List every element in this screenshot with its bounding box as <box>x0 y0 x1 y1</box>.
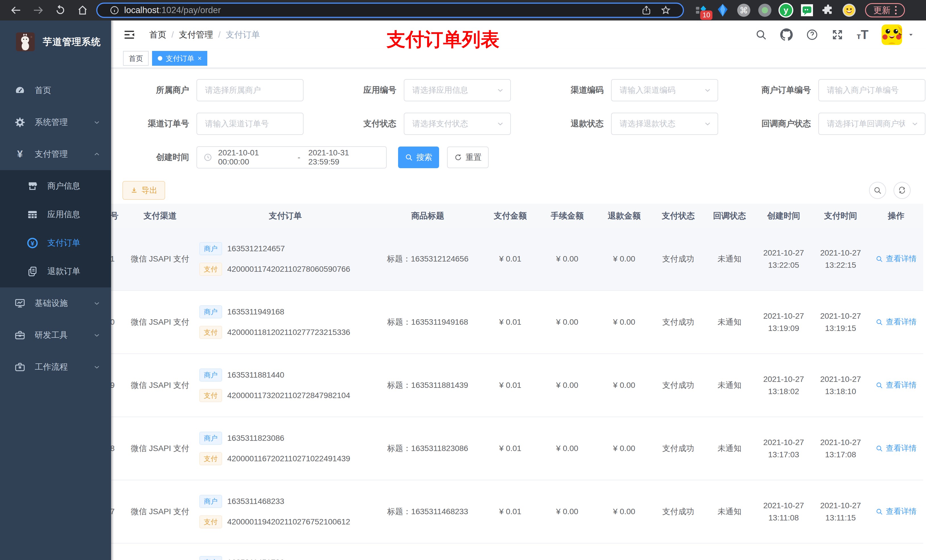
browser-back-button[interactable] <box>7 2 25 18</box>
grid-icon <box>26 209 39 220</box>
sidebar-item-label: 应用信息 <box>47 209 80 220</box>
extension-y-icon[interactable]: y <box>779 3 793 18</box>
hide-search-button[interactable] <box>869 182 886 199</box>
reset-button[interactable]: 重置 <box>447 146 489 168</box>
sidebar-collapse-icon[interactable] <box>123 29 136 41</box>
cell-order-no: 商户 1635311451786 支付 <box>197 543 374 560</box>
bookmark-star-icon[interactable] <box>661 5 671 15</box>
date-range-picker[interactable]: 2021-10-01 00:00:00 - 2021-10-31 23:59:5… <box>197 146 387 169</box>
sidebar-item-支付订单[interactable]: ¥ 支付订单 <box>0 229 111 257</box>
sidebar-item-应用信息[interactable]: 应用信息 <box>0 200 111 229</box>
browser-reload-button[interactable] <box>51 2 70 18</box>
breadcrumb-首页[interactable]: 首页 <box>149 29 166 41</box>
refresh-button[interactable] <box>894 182 911 199</box>
chevron-down-icon <box>907 31 915 38</box>
merchant-order-no: 1635311881440 <box>227 369 284 381</box>
sidebar-item-基础设施[interactable]: 基础设施 <box>0 287 111 319</box>
header-search-icon[interactable] <box>755 29 767 41</box>
app-title: 芋道管理系统 <box>43 36 101 48</box>
sidebar-item-label: 退款订单 <box>47 266 80 277</box>
cell-fee: ¥ 0.00 <box>539 291 596 353</box>
url-bar[interactable]: localhost:1024/pay/order <box>96 3 684 18</box>
extension-record-icon[interactable] <box>757 3 772 18</box>
sidebar-item-系统管理[interactable]: 系统管理 <box>0 106 111 138</box>
export-button[interactable]: 导出 <box>123 181 165 200</box>
filter-control[interactable] <box>819 79 925 101</box>
cell-action: 查看详情 <box>869 291 923 353</box>
extension-chat-icon[interactable] <box>800 3 814 18</box>
sidebar-item-label: 基础设施 <box>35 297 68 309</box>
help-icon[interactable] <box>806 29 819 41</box>
yen-icon: ¥ <box>14 148 26 160</box>
pay-circle-icon: ¥ <box>26 237 39 249</box>
extension-diamond-icon[interactable]: 10 <box>694 3 709 18</box>
sidebar-item-支付管理[interactable]: ¥ 支付管理 <box>0 138 111 170</box>
filter-field-渠道订单号: 渠道订单号 <box>123 113 304 135</box>
extension-smiley-icon[interactable] <box>842 3 856 18</box>
sidebar-item-label: 支付订单 <box>47 237 80 249</box>
sidebar-item-研发工具[interactable]: 研发工具 <box>0 319 111 351</box>
filter-input[interactable] <box>197 86 303 95</box>
fullscreen-icon[interactable] <box>831 29 843 41</box>
github-icon[interactable] <box>780 29 793 41</box>
extension-command-icon[interactable]: ⌘ <box>736 3 751 18</box>
cell-channel: 微信 JSAPI 支付 <box>123 480 197 543</box>
chevron-up-icon <box>93 150 101 158</box>
table-body: 21 微信 JSAPI 支付 商户 1635312124657 支付 42000… <box>111 228 923 560</box>
view-detail-link[interactable]: 查看详情 <box>876 506 917 518</box>
font-size-icon[interactable]: тT <box>856 27 869 42</box>
filter-control[interactable] <box>611 113 718 135</box>
filter-input[interactable] <box>612 86 717 95</box>
filter-input[interactable] <box>404 86 510 95</box>
browser-menu-icon[interactable] <box>895 6 897 15</box>
filter-control[interactable] <box>404 79 511 101</box>
view-tab-支付订单[interactable]: 支付订单 × <box>152 51 207 66</box>
browser-update-button[interactable]: 更新 <box>865 3 905 17</box>
cell-fee <box>539 543 596 560</box>
share-icon[interactable] <box>641 5 652 15</box>
view-detail-link[interactable]: 查看详情 <box>876 379 917 391</box>
filter-input[interactable] <box>197 119 303 128</box>
site-info-icon[interactable] <box>109 5 120 15</box>
view-detail-link[interactable]: 查看详情 <box>876 442 917 454</box>
browser-home-button[interactable] <box>73 2 92 18</box>
sidebar-item-退款订单[interactable]: 退款订单 <box>0 257 111 286</box>
filter-field-渠道编码: 渠道编码 <box>537 79 718 101</box>
sidebar-logo-row[interactable]: 芋道管理系统 <box>0 21 111 63</box>
filter-input[interactable] <box>819 119 925 128</box>
sidebar-item-工作流程[interactable]: 工作流程 <box>0 351 111 383</box>
cell-channel: 微信 JSAPI 支付 <box>123 291 197 353</box>
view-detail-link[interactable]: 查看详情 <box>876 316 917 328</box>
merchant-order-no: 1635311949168 <box>227 306 284 318</box>
cell-id: 21 <box>111 228 123 290</box>
sidebar-menu: 首页 系统管理 ¥ 支付管理 商户信息 应用信息 ¥ 支付订单 退款订单 基础设… <box>0 74 111 383</box>
filter-input[interactable] <box>819 86 925 95</box>
search-button[interactable]: 搜索 <box>398 146 439 168</box>
close-icon[interactable]: × <box>198 54 201 62</box>
browser-forward-button[interactable] <box>29 2 47 18</box>
column-header-支付订单: 支付订单 <box>197 204 374 228</box>
user-menu[interactable] <box>882 24 915 45</box>
table-toolbar: 导出 <box>123 181 915 200</box>
filter-control[interactable] <box>197 113 304 135</box>
view-detail-link[interactable]: 查看详情 <box>876 253 917 265</box>
extension-badge: 10 <box>700 11 713 20</box>
extensions-puzzle-icon[interactable] <box>821 3 835 18</box>
filter-control[interactable] <box>819 113 925 135</box>
merchant-tag: 商户 <box>199 556 222 560</box>
cell-title: 标题：1635312124656 <box>374 228 482 290</box>
filter-control[interactable] <box>611 79 718 101</box>
filter-input[interactable] <box>404 119 510 128</box>
sidebar-item-商户信息[interactable]: 商户信息 <box>0 172 111 200</box>
view-tab-首页[interactable]: 首页 × <box>123 51 149 66</box>
breadcrumb-支付管理[interactable]: 支付管理 <box>179 29 213 41</box>
sidebar-item-首页[interactable]: 首页 <box>0 74 111 106</box>
extension-gem-icon[interactable] <box>715 3 730 18</box>
filter-control[interactable] <box>197 79 304 101</box>
table-header-row: 编号支付渠道支付订单商品标题支付金额手续金额退款金额支付状态回调状态创建时间支付… <box>111 204 923 228</box>
cell-paid: 2021-10-2713:19:15 <box>812 291 869 353</box>
cell-notify-status: 未通知 <box>704 354 755 417</box>
cell-fee: ¥ 0.00 <box>539 417 596 480</box>
filter-input[interactable] <box>612 119 717 128</box>
filter-control[interactable] <box>404 113 511 135</box>
